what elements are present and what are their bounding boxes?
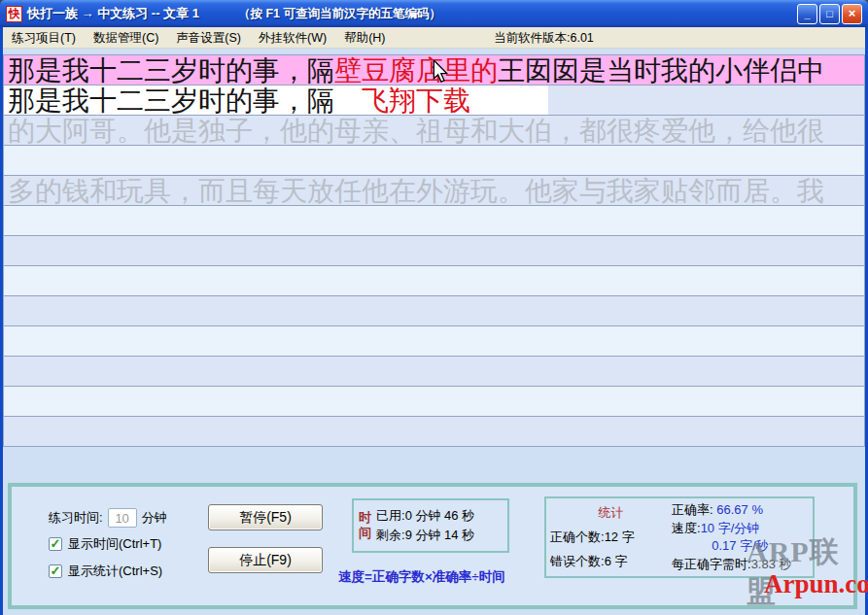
correct-count-label: 正确个数: <box>550 530 605 544</box>
per-char-time-label: 每正确字需时: <box>672 557 751 571</box>
menu-plugins[interactable]: 外挂软件(W) <box>250 27 335 48</box>
menu-practice-items[interactable]: 练习项目(T) <box>3 27 85 48</box>
text-segment-gray: 的大阿哥。他是独子，他的母亲、祖母和大伯，都很疼爱他，给他很 <box>8 116 824 146</box>
input-line[interactable] <box>3 386 865 417</box>
close-button[interactable]: × <box>842 4 862 24</box>
time-box-title: 时间 <box>358 510 372 542</box>
text-segment-gray: 多的钱和玩具，而且每天放任他在外游玩。他家与我家贴邻而居。我 <box>8 176 824 206</box>
target-line <box>3 235 865 266</box>
practice-time-unit: 分钟 <box>142 509 167 527</box>
show-stats-label: 显示统计(Ctrl+S) <box>68 563 162 580</box>
window-title-hint: （按 F1 可查询当前汉字的五笔编码） <box>238 6 441 22</box>
pause-button[interactable]: 暂停(F5) <box>208 504 323 530</box>
input-line[interactable] <box>3 205 865 236</box>
target-line: 多的钱和玩具，而且每天放任他在外游玩。他家与我家贴邻而居。我 <box>3 175 865 206</box>
input-line[interactable] <box>3 145 865 176</box>
text-segment-black: 那是我十二三岁时的事，隔 <box>8 55 334 85</box>
time-remaining-label: 剩余: <box>376 528 405 542</box>
menu-data-management[interactable]: 数据管理(C) <box>85 27 167 48</box>
control-panel: 练习时间: 分钟 ✓ 显示时间(Ctrl+T) ✓ 显示统计(Ctrl+S) 暂… <box>8 483 857 609</box>
minimize-button[interactable]: _ <box>797 4 817 24</box>
text-segment-black: 那是我十二三岁时的事，隔 <box>8 85 334 116</box>
maximize-button[interactable]: □ <box>819 4 840 24</box>
app-icon: 快 <box>6 6 22 22</box>
app-window: 快 快打一族 → 中文练习 -- 文章 1 （按 F1 可查询当前汉字的五笔编码… <box>0 0 868 615</box>
menu-bar: 练习项目(T) 数据管理(C) 声音设置(S) 外挂软件(W) 帮助(H) 当前… <box>3 27 865 49</box>
time-box: 时间 已用:0 分钟 46 秒 剩余:9 分钟 14 秒 <box>352 498 509 553</box>
show-time-label: 显示时间(Ctrl+T) <box>68 535 161 553</box>
input-line[interactable] <box>3 325 865 357</box>
client-area: 那是我十二三岁时的事，隔壁豆腐店里的王囡囡是当时我的小伴侣中那是我十二三岁时的事… <box>3 49 865 615</box>
input-line[interactable] <box>3 265 865 296</box>
window-title: 快打一族 → 中文练习 -- 文章 1 <box>27 5 199 22</box>
speed-secondary-value: 0.17 字/秒 <box>672 537 809 555</box>
accuracy-value: 66.67 % <box>716 502 763 517</box>
menu-sound-settings[interactable]: 声音设置(S) <box>167 27 250 48</box>
speed-formula-label: 速度=正确字数×准确率÷时间 <box>338 568 505 586</box>
typing-rows: 那是我十二三岁时的事，隔壁豆腐店里的王囡囡是当时我的小伴侣中那是我十二三岁时的事… <box>3 55 865 447</box>
software-version-label: 当前软件版本:6.01 <box>494 27 594 49</box>
practice-time-input[interactable] <box>108 508 137 528</box>
text-segment-black: 王囡囡是当时我的小伴侣中 <box>498 55 824 85</box>
stats-box: 统计 正确个数:12 字 错误个数:6 字 正确率: 66.67 % 速度:10… <box>544 496 815 578</box>
menu-help[interactable]: 帮助(H) <box>335 27 394 48</box>
wrong-count-value: 6 字 <box>605 554 628 568</box>
accuracy-label: 正确率: <box>672 502 713 517</box>
target-line: 那是我十二三岁时的事，隔壁豆腐店里的王囡囡是当时我的小伴侣中 <box>3 54 865 85</box>
time-used-value: 0 分钟 46 秒 <box>405 508 475 523</box>
target-line <box>3 416 865 447</box>
show-time-checkbox[interactable]: ✓ <box>49 537 62 551</box>
target-line <box>3 295 865 326</box>
time-remaining-value: 9 分钟 14 秒 <box>405 528 475 542</box>
input-line[interactable]: 那是我十二三岁时的事，隔 飞翔下载 <box>3 85 865 116</box>
speed-label: 速度: <box>672 521 701 535</box>
wrong-count-label: 错误个数: <box>550 554 605 568</box>
per-char-time-value: 3.83 秒 <box>751 557 792 571</box>
text-segment-red: 壁豆腐店里的 <box>334 55 498 85</box>
target-line <box>3 356 865 387</box>
text-segment-red: 飞翔下载 <box>334 85 470 116</box>
correct-count-value: 12 字 <box>605 530 635 544</box>
stop-button[interactable]: 停止(F9) <box>208 547 323 573</box>
target-line: 的大阿哥。他是独子，他的母亲、祖母和大伯，都很疼爱他，给他很 <box>3 115 865 146</box>
time-used-label: 已用: <box>376 508 405 523</box>
speed-value: 10 字/分钟 <box>701 521 760 535</box>
stats-title: 统计 <box>550 504 672 522</box>
title-bar[interactable]: 快 快打一族 → 中文练习 -- 文章 1 （按 F1 可查询当前汉字的五笔编码… <box>0 0 868 27</box>
practice-time-label: 练习时间: <box>49 509 103 527</box>
show-stats-checkbox[interactable]: ✓ <box>49 564 62 578</box>
